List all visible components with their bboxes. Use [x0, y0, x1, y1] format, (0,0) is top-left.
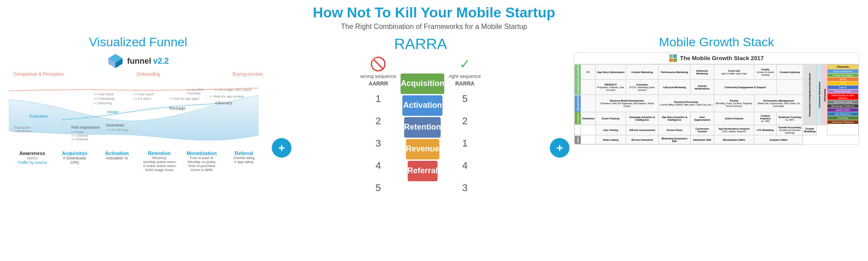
cell-user-seg: User Segmentation [691, 112, 714, 125]
cell-screen-flows: Screen Flows [659, 125, 691, 135]
svg-text:Usage: Usage [107, 110, 119, 114]
cell-analytics-sdk: Analytics SDKs [754, 135, 803, 144]
stage-name-5: Referral [223, 151, 265, 156]
right-num-2: 1 [462, 133, 467, 154]
right-num-1: 2 [462, 111, 467, 131]
category-acquisition: Acquisition & Activation [575, 65, 581, 95]
ch-inapp: In-App Messaging [827, 73, 858, 77]
metric-val-3: Recencymonthly active users3 moths activ… [138, 156, 180, 172]
growth-section: Mobile Growth Stack The Mobile Growth St… [574, 35, 859, 145]
metric-label-0: Metric [11, 156, 53, 160]
right-num-0: 5 [462, 89, 467, 109]
growth-stack-title: The Mobile Growth Stack 2017 [680, 55, 764, 61]
wrong-num-4: 5 [376, 178, 381, 198]
svg-text:>> Free export: >> Free export [134, 93, 154, 96]
svg-text:>> Earned: >> Earned [71, 137, 88, 141]
stage-referral: Referral Overall rating# app rating [223, 151, 265, 172]
svg-text:>> Use the app again: >> Use the app again [169, 97, 199, 101]
cell-lifecycle: Lifecycle Marketing [659, 80, 691, 95]
bar-activation: Activation [402, 95, 442, 116]
right-name: RARRA [455, 81, 475, 87]
metric-val-2: Activation % [96, 156, 138, 160]
growth-stack-table: Acquisition & Activation PR App Store Op… [574, 64, 859, 144]
right-icon: ✓ [459, 56, 471, 72]
stage-name-3: Retention [138, 151, 180, 156]
retargeting2-label: Retargeting [822, 65, 827, 125]
cell-activity-notif: Activity Notifications [691, 80, 714, 95]
ch-chat: Chat Bots [827, 116, 858, 120]
right-num-4: 3 [462, 178, 467, 198]
empty-cell [581, 80, 596, 95]
right-sequence: ✓ right sequence RARRA 5 2 1 4 3 [449, 56, 481, 198]
cell-content-analytics: Content Analyticsinc. NPS [754, 112, 777, 125]
svg-text:>> Onboarding: >> Onboarding [94, 97, 115, 101]
cell-community: Community Engagement & Support [714, 80, 777, 95]
plus-sign-2: + [550, 138, 569, 158]
growth-stack-box: The Mobile Growth Stack 2017 Acquisition… [574, 52, 859, 145]
page-subtitle: The Right Combination of Frameworks for … [9, 23, 859, 31]
funnel-logo-text: funnel v2.2 [127, 57, 169, 66]
cell-cohort: Cohort Analysis [714, 112, 754, 125]
stage-name-4: Monetization [180, 151, 223, 156]
cell-app-store-opt: App Store Optimization [596, 65, 626, 80]
stage-monetization: Monetization Free to paid %Monthly vs ye… [180, 151, 223, 172]
cell-ltv: LTV Modelling [754, 125, 777, 135]
svg-text:>> Fix riders: >> Fix riders [134, 97, 151, 100]
cell-user-testing: User Testing [596, 125, 626, 135]
cell-activation2: ActivationIFTUX, onboarding (wow! moment… [626, 80, 659, 95]
funnel-stages-top: Comparison & Perception Onboarding Buyin… [9, 72, 267, 77]
funnel-svg: Evaluation First impression >> Paid >> O… [9, 77, 258, 149]
stage-acquisition: Acquisiton # DownloadsCPD [53, 151, 96, 172]
stage-awareness: Awareness Metric Traffic by source [11, 151, 53, 172]
stage-label-2: Buying process [233, 72, 263, 77]
wrong-label: wrong sequence [360, 73, 397, 79]
category-analytics: Analytics [575, 112, 581, 125]
cell-payment: Payment Processing(Carrier Billing, PayP… [659, 95, 714, 112]
empty-cell5 [581, 135, 596, 144]
page-title: How Not To Kill Your Mobile Startup [9, 4, 859, 21]
empty-cell4 [581, 125, 596, 135]
cell-conv-funnels: Conversion Funnels [691, 125, 714, 135]
growth-stack-header: The Mobile Growth Stack 2017 [574, 53, 859, 64]
stage-name-1: Acquisiton [53, 151, 96, 156]
cell-appstore-analytics: App Store Analytics & Intelligence [659, 112, 691, 125]
stage-name-2: Activation [96, 151, 138, 156]
ch-display: Mobile Display & Video Networks [827, 94, 858, 100]
metric-val-1: # DownloadsCPD [53, 156, 96, 165]
metric-val-4: Free to paid %Monthly vs yearlyTime to p… [180, 156, 223, 172]
empty-cell3 [581, 95, 596, 112]
cell-revenue-model: Revenue Model Development(Freemium, Paid… [596, 95, 659, 112]
ch-appstore: App Store Listing [827, 100, 858, 104]
empty-cat2 [575, 125, 581, 135]
rarra-content: 🚫 wrong sequence AARRR 1 2 3 4 5 Acquisi… [296, 56, 545, 198]
retargeting-label: Partnerships & Integrations Internationa… [803, 65, 817, 125]
cell-ad-inventory: Ad Inventory Management(Native Ads, Spon… [754, 95, 803, 112]
main-content: Visualized Funnel funnel v2.2 Comparison… [9, 35, 859, 198]
cell-pricing: Pricing(Bundling, Fixed, Dynamic, Region… [714, 95, 754, 112]
page-container: How Not To Kill Your Mobile Startup The … [0, 0, 868, 203]
channels-column: Channels Push notifications In-App Messa… [827, 65, 859, 135]
plus-sign-1: + [272, 138, 291, 158]
cell-campaign-analytics: Campaign Analytics & Intelligence [626, 112, 659, 125]
cell-deep-linking: Deep Linking [596, 135, 626, 144]
wrong-num-3: 4 [376, 155, 381, 176]
cell-influencer-mktg: Influencer Marketing [691, 65, 714, 80]
wrong-name: AARRR [368, 81, 388, 87]
header: How Not To Kill Your Mobile Startup The … [9, 4, 859, 31]
rarra-title: RARRA [394, 35, 447, 53]
svg-text:>> use image, color, export: >> use image, color, export [214, 88, 251, 92]
bar-revenue: Revenue [406, 139, 439, 159]
funnel-bottom-labels: Awareness Metric Traffic by source Acqui… [9, 151, 267, 172]
wrong-num-1: 2 [376, 111, 381, 131]
svg-text:/ interaction: / interaction [13, 129, 32, 133]
wrong-icon: 🚫 [370, 56, 386, 72]
funnel-bars: Acquisition Activation Retention Revenue… [401, 73, 444, 181]
wrong-sequence: 🚫 wrong sequence AARRR 1 2 3 4 5 [360, 56, 397, 198]
svg-text:First impression: First impression [71, 125, 100, 130]
conversion-label: Conversion Optimization [817, 65, 822, 125]
svg-text:>> Rate the app (review): >> Rate the app (review) [209, 95, 244, 98]
cell-virality: Virality(Invites & content sharing) [754, 65, 777, 80]
cell-attribution: Attribution [581, 112, 596, 125]
cell-mktg-auto-sdk: Marketing Automation SDK [659, 135, 691, 144]
funnel-diagram: Evaluation First impression >> Paid >> O… [9, 77, 267, 149]
